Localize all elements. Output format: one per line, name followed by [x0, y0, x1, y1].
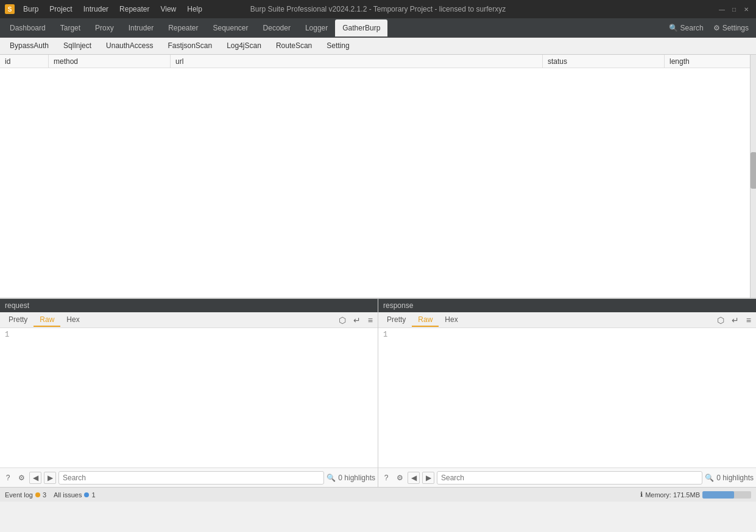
app-logo: S	[5, 4, 15, 14]
response-next-arrow[interactable]: ▶	[422, 472, 434, 484]
tab-sequencer[interactable]: Sequencer	[206, 19, 256, 37]
response-panel-icons: ⬡ ↵ ≡	[715, 314, 754, 326]
request-content[interactable]: 1	[0, 328, 378, 467]
request-help-icon[interactable]: ?	[2, 472, 13, 483]
menu-intruder[interactable]: Intruder	[79, 4, 113, 15]
main-nav: Dashboard Target Proxy Intruder Repeater…	[0, 18, 756, 38]
memory-fill	[702, 491, 734, 499]
col-length: length	[665, 55, 756, 68]
table-header: id method url status length	[0, 55, 756, 68]
subtab-fastjsonscan[interactable]: FastjsonScan	[160, 38, 219, 55]
tab-decoder[interactable]: Decoder	[256, 19, 298, 37]
response-wrap-icon[interactable]: ⬡	[715, 314, 727, 326]
response-search-input[interactable]	[437, 471, 702, 485]
scrollbar-thumb[interactable]	[751, 152, 756, 189]
col-method: method	[49, 55, 171, 68]
request-search-input[interactable]	[58, 471, 324, 485]
tab-logger[interactable]: Logger	[298, 19, 335, 37]
subtab-setting[interactable]: Setting	[319, 38, 356, 55]
all-issues-count: 1	[91, 491, 95, 499]
event-log-count: 3	[43, 491, 46, 499]
request-highlights-label: 0 highlights	[338, 474, 375, 482]
menu-burp[interactable]: Burp	[18, 4, 43, 15]
request-next-arrow[interactable]: ▶	[44, 472, 56, 484]
response-prev-arrow[interactable]: ◀	[408, 472, 420, 484]
request-newline-icon[interactable]: ↵	[351, 314, 363, 326]
request-panel-icons: ⬡ ↵ ≡	[336, 314, 375, 326]
tab-dashboard[interactable]: Dashboard	[2, 19, 53, 37]
menu-view[interactable]: View	[155, 4, 181, 15]
status-bar: Event log 3 All issues 1 ℹ Memory: 171.5…	[0, 487, 756, 502]
subtab-sqlinject[interactable]: SqlInject	[56, 38, 99, 55]
event-log-label: Event log	[5, 491, 33, 499]
search-icon: 🔍	[669, 24, 678, 32]
response-newline-icon[interactable]: ↵	[729, 314, 741, 326]
maximize-button[interactable]: □	[729, 4, 739, 14]
request-search-mag-icon: 🔍	[327, 474, 336, 482]
close-button[interactable]: ✕	[741, 4, 751, 14]
table-scrollbar[interactable]	[750, 55, 756, 298]
data-table: id method url status length	[0, 55, 756, 298]
response-menu-icon[interactable]: ≡	[744, 314, 754, 326]
subtab-bypassauth[interactable]: BypassAuth	[2, 38, 56, 55]
response-tab-hex[interactable]: Hex	[439, 313, 464, 327]
col-id: id	[0, 55, 49, 68]
col-status: status	[543, 55, 665, 68]
request-panel: request Pretty Raw Hex ⬡ ↵ ≡ 1 ? ⚙ ◀ ▶ 🔍…	[0, 299, 378, 487]
subtab-log4jscan[interactable]: Log4jScan	[219, 38, 269, 55]
subtab-routescan[interactable]: RouteScan	[269, 38, 319, 55]
response-line-number: 1	[383, 331, 387, 339]
all-issues-item[interactable]: All issues 1	[54, 491, 96, 499]
response-panel: response Pretty Raw Hex ⬡ ↵ ≡ 1 ? ⚙ ◀ ▶ …	[378, 299, 756, 487]
menu-help[interactable]: Help	[182, 4, 207, 15]
menu-project[interactable]: Project	[44, 4, 77, 15]
all-issues-dot	[84, 492, 89, 497]
response-search-settings-icon[interactable]: ⚙	[394, 472, 405, 483]
tab-repeater[interactable]: Repeater	[161, 19, 205, 37]
response-tab-pretty[interactable]: Pretty	[381, 313, 412, 327]
request-tab-raw[interactable]: Raw	[34, 313, 60, 327]
subtab-unauthaccess[interactable]: UnauthAccess	[99, 38, 160, 55]
table-body	[0, 68, 756, 298]
response-content[interactable]: 1	[378, 328, 756, 467]
settings-gear-icon: ⚙	[713, 24, 720, 32]
request-line-number: 1	[5, 331, 9, 339]
settings-button[interactable]: ⚙ Settings	[708, 21, 754, 35]
tab-intruder[interactable]: Intruder	[121, 19, 161, 37]
col-url: url	[171, 55, 543, 68]
tab-gatherburp[interactable]: GatherBurp	[335, 19, 387, 37]
tab-target[interactable]: Target	[53, 19, 88, 37]
response-tabs: Pretty Raw Hex ⬡ ↵ ≡	[378, 312, 756, 328]
response-help-icon[interactable]: ?	[381, 472, 392, 483]
memory-item: ℹ Memory: 171.5MB	[640, 491, 751, 499]
window-controls: — □ ✕	[717, 4, 751, 14]
request-prev-arrow[interactable]: ◀	[29, 472, 41, 484]
request-search-settings-icon[interactable]: ⚙	[16, 472, 27, 483]
req-resp-container: request Pretty Raw Hex ⬡ ↵ ≡ 1 ? ⚙ ◀ ▶ 🔍…	[0, 298, 756, 487]
request-tab-hex[interactable]: Hex	[60, 313, 85, 327]
response-search-bar: ? ⚙ ◀ ▶ 🔍 0 highlights	[378, 467, 756, 487]
search-label: Search	[680, 24, 704, 32]
response-title-bar: response	[378, 299, 756, 312]
event-log-dot	[35, 492, 40, 497]
title-left: S Burp Project Intruder Repeater View He…	[5, 4, 207, 15]
response-title: response	[383, 301, 413, 310]
request-search-bar: ? ⚙ ◀ ▶ 🔍 0 highlights	[0, 467, 378, 487]
request-title-bar: request	[0, 299, 378, 312]
search-button[interactable]: 🔍 Search	[664, 21, 708, 35]
request-menu-icon[interactable]: ≡	[366, 314, 375, 326]
response-search-mag-icon: 🔍	[705, 474, 714, 482]
minimize-button[interactable]: —	[717, 4, 727, 14]
memory-label: Memory: 171.5MB	[645, 491, 700, 499]
request-wrap-icon[interactable]: ⬡	[336, 314, 348, 326]
request-tab-pretty[interactable]: Pretty	[2, 313, 34, 327]
all-issues-label: All issues	[54, 491, 82, 499]
tab-proxy[interactable]: Proxy	[88, 19, 121, 37]
settings-label: Settings	[722, 24, 749, 32]
response-highlights-label: 0 highlights	[716, 474, 754, 482]
response-tab-raw[interactable]: Raw	[412, 313, 439, 327]
memory-bar	[702, 491, 751, 499]
menu-repeater[interactable]: Repeater	[115, 4, 154, 15]
request-tabs: Pretty Raw Hex ⬡ ↵ ≡	[0, 312, 378, 328]
event-log-item[interactable]: Event log 3	[5, 491, 46, 499]
